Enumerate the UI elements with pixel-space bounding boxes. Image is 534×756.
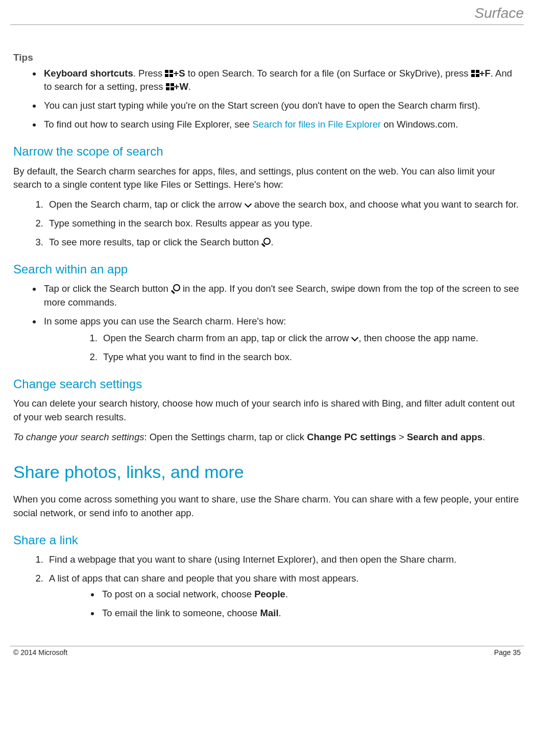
list-item: A list of apps that can share and people… xyxy=(46,572,521,620)
key-letter: F xyxy=(485,68,491,79)
list-item: Open the Search charm from an app, tap o… xyxy=(100,332,521,345)
heading-share-link: Share a link xyxy=(13,532,521,549)
text: . xyxy=(285,589,288,599)
heading-share-photos: Share photos, links, and more xyxy=(13,460,521,485)
windows-key-icon xyxy=(165,70,173,77)
list-item: Tap or click the Search button in the ap… xyxy=(42,282,521,310)
list-item: In some apps you can use the Search char… xyxy=(42,315,521,364)
text: Type what you want to find in the search… xyxy=(103,351,292,362)
text: Find a webpage that you want to share (u… xyxy=(49,554,456,565)
sharelink-sub: To post on a social network, choose Peop… xyxy=(49,588,521,620)
list-item: Type something in the search box. Result… xyxy=(46,217,521,231)
text-bold: Mail xyxy=(260,608,279,618)
list-item: Find a webpage that you want to share (u… xyxy=(46,553,521,567)
tips-list: Keyboard shortcuts. Press +S to open Sea… xyxy=(13,67,521,132)
text: A list of apps that can share and people… xyxy=(49,573,359,584)
key-combo: +W xyxy=(166,81,188,92)
text: on Windows.com. xyxy=(381,119,458,130)
key-combo: +F xyxy=(471,68,491,79)
text-bold: Change PC settings xyxy=(307,432,396,442)
heading-search-within-app: Search within an app xyxy=(13,261,521,279)
text: To find out how to search using File Exp… xyxy=(44,119,252,130)
text: : Open the Settings charm, tap or click xyxy=(144,432,307,442)
list-item: To find out how to search using File Exp… xyxy=(42,118,521,132)
text: . Press xyxy=(133,68,165,79)
text: above the search box, and choose what yo… xyxy=(252,199,519,210)
text: To email the link to someone, choose xyxy=(102,608,260,618)
text: Open the Search charm from an app, tap o… xyxy=(103,333,351,343)
key-combo: +S xyxy=(165,68,185,79)
footer-rule xyxy=(10,646,524,646)
text: > xyxy=(396,432,407,442)
list-item: Type what you want to find in the search… xyxy=(100,350,521,364)
windows-key-icon xyxy=(166,83,174,90)
page-number: Page 35 xyxy=(494,648,521,657)
text: In some apps you can use the Search char… xyxy=(44,316,286,326)
header: Surface xyxy=(10,5,524,24)
paragraph: To change your search settings: Open the… xyxy=(13,431,521,444)
list-item: To see more results, tap or click the Se… xyxy=(46,236,521,249)
sharelink-steps: Find a webpage that you want to share (u… xyxy=(13,553,521,620)
text: to open Search. To search for a file (on… xyxy=(185,68,471,79)
text: To post on a social network, choose xyxy=(102,589,254,599)
windows-key-icon xyxy=(471,70,479,77)
tip-bold: Keyboard shortcuts xyxy=(44,68,133,79)
list-item: To post on a social network, choose Peop… xyxy=(100,588,521,601)
file-explorer-search-link[interactable]: Search for files in File Explorer xyxy=(252,119,381,130)
tips-heading: Tips xyxy=(13,51,521,65)
list-item: You can just start typing while you're o… xyxy=(42,99,521,113)
copyright: © 2014 Microsoft xyxy=(13,648,67,657)
paragraph: You can delete your search history, choo… xyxy=(13,397,521,424)
paragraph: By default, the Search charm searches fo… xyxy=(13,165,521,192)
search-icon xyxy=(171,284,180,293)
text: . xyxy=(188,81,191,92)
text-italic: To change your search settings xyxy=(13,432,144,442)
text-bold: Search and apps xyxy=(407,432,482,442)
list-item: To email the link to someone, choose Mai… xyxy=(100,607,521,620)
chevron-down-icon xyxy=(351,331,358,344)
heading-change-search-settings: Change search settings xyxy=(13,375,521,393)
text: Open the Search charm, tap or click the … xyxy=(49,199,245,210)
search-icon xyxy=(261,238,271,247)
paragraph: When you come across something you want … xyxy=(13,493,521,520)
chevron-down-icon xyxy=(245,197,252,211)
list-item: Keyboard shortcuts. Press +S to open Sea… xyxy=(42,67,521,94)
text: . xyxy=(482,432,485,442)
text: You can just start typing while you're o… xyxy=(44,100,480,111)
heading-narrow-scope: Narrow the scope of search xyxy=(13,143,521,161)
within-bullets: Tap or click the Search button in the ap… xyxy=(13,282,521,364)
surface-logo: Surface xyxy=(475,5,524,21)
text: Type something in the search box. Result… xyxy=(49,218,312,229)
document-body: Tips Keyboard shortcuts. Press +S to ope… xyxy=(10,51,524,620)
text: . xyxy=(279,608,281,618)
text: Tap or click the Search button xyxy=(44,283,171,294)
text: , then choose the app name. xyxy=(358,333,478,343)
narrow-steps: Open the Search charm, tap or click the … xyxy=(13,198,521,249)
key-letter: W xyxy=(179,81,188,92)
key-letter: S xyxy=(179,68,185,79)
footer: © 2014 Microsoft Page 35 xyxy=(10,648,524,662)
header-rule xyxy=(10,24,524,25)
text-bold: People xyxy=(254,589,285,599)
within-steps: Open the Search charm from an app, tap o… xyxy=(44,332,521,364)
text: . xyxy=(271,237,273,247)
list-item: Open the Search charm, tap or click the … xyxy=(46,198,521,212)
text: To see more results, tap or click the Se… xyxy=(49,237,261,247)
